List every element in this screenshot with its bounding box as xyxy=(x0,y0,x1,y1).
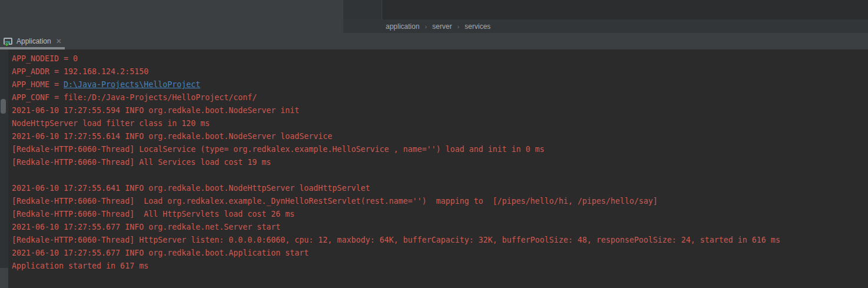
console-line: 2021-06-10 17:27:55.641 INFO org.redkale… xyxy=(12,182,868,195)
console-line: NodeHttpServer load filter class in 120 … xyxy=(12,117,868,130)
console-line: APP_CONF = file:/D:/Java-Projects/HelloP… xyxy=(12,91,868,104)
console-text: 2021-06-10 17:27:55.677 INFO org.redkale… xyxy=(12,223,280,231)
console-text: APP_CONF = file:/D:/Java-Projects/HelloP… xyxy=(12,93,257,102)
console-line: 2021-06-10 17:27:55.677 INFO org.redkale… xyxy=(12,221,868,234)
run-console-icon xyxy=(3,37,13,46)
console-text: 2021-06-10 17:27:55.677 INFO org.redkale… xyxy=(12,249,309,257)
tab-label: Application xyxy=(16,37,51,45)
console-text: [Redkale-HTTP:6060-Thread] All Services … xyxy=(12,158,271,167)
editor-divider xyxy=(382,0,382,19)
console-gutter xyxy=(0,49,8,288)
breadcrumb: application›server›services xyxy=(343,19,868,33)
console-text: Application started in 617 ms xyxy=(12,261,148,270)
console-text: APP_NODEID = 0 xyxy=(12,54,78,63)
console-text: 2021-06-10 17:27:55.641 INFO org.redkale… xyxy=(12,184,370,193)
console-line: 2021-06-10 17:27:55.614 INFO org.redkale… xyxy=(12,130,868,143)
console-panel[interactable]: APP_NODEID = 0APP_ADDR = 192.168.124.2:5… xyxy=(0,49,868,288)
close-icon[interactable]: ✕ xyxy=(56,37,62,45)
breadcrumb-item-application[interactable]: application xyxy=(386,22,419,31)
breadcrumb-separator-icon: › xyxy=(425,23,427,30)
console-text: 2021-06-10 17:27:55.594 INFO org.redkale… xyxy=(12,106,299,115)
console-line: APP_NODEID = 0 xyxy=(12,52,868,65)
console-line: [Redkale-HTTP:6060-Thread] All Services … xyxy=(12,156,868,169)
running-green-dot xyxy=(5,42,9,47)
console-text: [Redkale-HTTP:6060-Thread] All HttpServl… xyxy=(12,210,294,219)
console-text: APP_HOME = xyxy=(12,80,64,89)
breadcrumb-item-services[interactable]: services xyxy=(465,22,491,31)
console-line: Application started in 617 ms xyxy=(12,260,868,273)
file-link[interactable]: D:\Java-Projects\HelloProject xyxy=(64,80,200,89)
console-text: [Redkale-HTTP:6060-Thread] HttpServer li… xyxy=(12,236,780,244)
console-text: APP_ADDR = 192.168.124.2:5150 xyxy=(12,67,148,76)
top-left-panel xyxy=(0,0,343,33)
breadcrumb-item-server[interactable]: server xyxy=(432,22,452,31)
console-output: APP_NODEID = 0APP_ADDR = 192.168.124.2:5… xyxy=(0,49,868,273)
console-line: [Redkale-HTTP:6060-Thread] HttpServer li… xyxy=(12,234,868,247)
gutter-bottom-block xyxy=(0,268,8,288)
console-line: [Redkale-HTTP:6060-Thread] LocalService … xyxy=(12,143,868,156)
breadcrumb-separator-icon: › xyxy=(457,23,459,30)
editor-gutter-area xyxy=(343,0,382,19)
console-text: 2021-06-10 17:27:55.614 INFO org.redkale… xyxy=(12,132,332,141)
console-line: APP_ADDR = 192.168.124.2:5150 xyxy=(12,65,868,78)
editor-background xyxy=(343,0,868,19)
run-toolwindow-tab-bar: Application ✕ xyxy=(0,33,868,49)
console-text: [Redkale-HTTP:6060-Thread] Load org.redk… xyxy=(12,197,658,206)
console-line: [Redkale-HTTP:6060-Thread] All HttpServl… xyxy=(12,208,868,221)
console-line: [Redkale-HTTP:6060-Thread] Load org.redk… xyxy=(12,195,868,208)
console-line: 2021-06-10 17:27:55.594 INFO org.redkale… xyxy=(12,104,868,117)
console-text: [Redkale-HTTP:6060-Thread] LocalService … xyxy=(12,145,545,154)
console-line xyxy=(12,169,868,182)
console-text: NodeHttpServer load filter class in 120 … xyxy=(12,119,210,128)
scrollbar-thumb[interactable] xyxy=(1,99,6,114)
console-line: APP_HOME = D:\Java-Projects\HelloProject xyxy=(12,78,868,91)
console-line: 2021-06-10 17:27:55.677 INFO org.redkale… xyxy=(12,247,868,260)
